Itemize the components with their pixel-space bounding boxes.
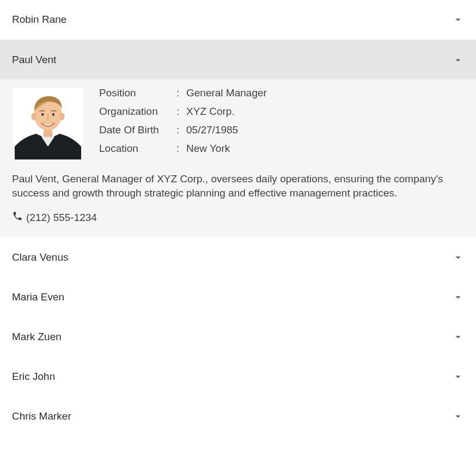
accordion-content: Position : General Manager Organization … bbox=[0, 79, 476, 237]
accordion-item-paul-vent: Paul Vent bbox=[0, 40, 476, 238]
accordion-title: Clara Venus bbox=[12, 251, 69, 263]
accordion-item-chris-marker: Chris Marker bbox=[0, 397, 476, 436]
chevron-down-icon bbox=[452, 14, 464, 26]
accordion-header[interactable]: Eric John bbox=[0, 357, 476, 396]
profile-top: Position : General Manager Organization … bbox=[12, 87, 464, 160]
accordion-item-maria-even: Maria Even bbox=[0, 278, 476, 317]
chevron-down-icon bbox=[452, 251, 464, 263]
chevron-down-icon bbox=[452, 291, 464, 303]
details-grid: Position : General Manager Organization … bbox=[99, 87, 267, 155]
dob-value: 05/27/1985 bbox=[186, 124, 267, 136]
bio-text: Paul Vent, General Manager of XYZ Corp.,… bbox=[12, 172, 464, 200]
colon: : bbox=[176, 106, 186, 118]
chevron-down-icon bbox=[452, 331, 464, 343]
phone-number: (212) 555-1234 bbox=[26, 212, 97, 224]
accordion-item-eric-john: Eric John bbox=[0, 357, 476, 397]
avatar-image bbox=[13, 88, 83, 159]
colon: : bbox=[176, 143, 186, 155]
organization-value: XYZ Corp. bbox=[186, 106, 267, 118]
phone-icon bbox=[12, 211, 23, 224]
dob-label: Date Of Birth bbox=[99, 124, 176, 136]
accordion-title: Mark Zuen bbox=[12, 331, 62, 343]
accordion-header[interactable]: Maria Even bbox=[0, 278, 476, 317]
accordion-header[interactable]: Chris Marker bbox=[0, 397, 476, 436]
accordion-title: Paul Vent bbox=[12, 54, 56, 66]
svg-point-5 bbox=[41, 113, 44, 116]
position-label: Position bbox=[99, 87, 176, 99]
accordion-title: Eric John bbox=[12, 371, 55, 383]
accordion-header[interactable]: Paul Vent bbox=[0, 40, 476, 79]
chevron-up-icon bbox=[452, 54, 464, 66]
colon: : bbox=[176, 87, 186, 99]
avatar bbox=[12, 87, 84, 160]
accordion-item-mark-zuen: Mark Zuen bbox=[0, 317, 476, 357]
accordion-header[interactable]: Mark Zuen bbox=[0, 317, 476, 356]
location-value: New York bbox=[186, 143, 267, 155]
phone-row: (212) 555-1234 bbox=[12, 211, 464, 224]
chevron-down-icon bbox=[452, 371, 464, 383]
svg-point-4 bbox=[59, 113, 65, 120]
accordion-item-clara-venus: Clara Venus bbox=[0, 238, 476, 278]
chevron-down-icon bbox=[452, 410, 464, 422]
accordion: Robin Rane Paul Vent bbox=[0, 0, 476, 436]
accordion-title: Chris Marker bbox=[12, 410, 71, 422]
accordion-title: Maria Even bbox=[12, 291, 64, 303]
colon: : bbox=[176, 124, 186, 136]
accordion-header[interactable]: Clara Venus bbox=[0, 238, 476, 277]
accordion-title: Robin Rane bbox=[12, 14, 66, 26]
svg-point-3 bbox=[31, 113, 36, 120]
location-label: Location bbox=[99, 143, 176, 155]
accordion-header[interactable]: Robin Rane bbox=[0, 0, 476, 39]
position-value: General Manager bbox=[186, 87, 267, 99]
svg-point-6 bbox=[52, 113, 54, 116]
organization-label: Organization bbox=[99, 106, 176, 118]
accordion-item-robin-rane: Robin Rane bbox=[0, 0, 476, 40]
